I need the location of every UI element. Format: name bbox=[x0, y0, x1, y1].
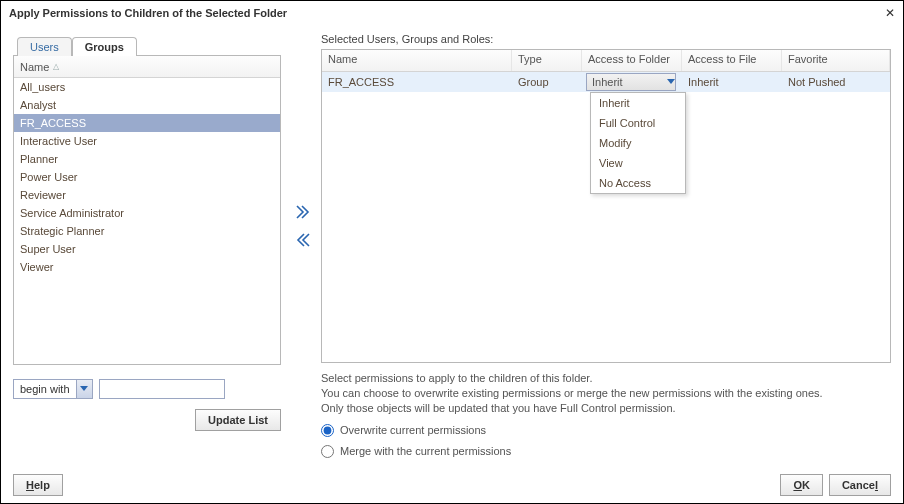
col-header-access-file[interactable]: Access to File bbox=[682, 50, 782, 71]
cell-access-file: Inherit bbox=[682, 76, 782, 88]
cell-favorite: Not Pushed bbox=[782, 76, 890, 88]
ok-rest: K bbox=[802, 479, 810, 491]
groups-list-box: Name △ All_usersAnalystFR_ACCESSInteract… bbox=[13, 55, 281, 365]
info-line-3: Only those objects will be updated that … bbox=[321, 401, 891, 416]
tab-groups[interactable]: Groups bbox=[72, 37, 137, 56]
filter-row: begin with bbox=[13, 379, 281, 399]
sort-ascending-icon: △ bbox=[53, 62, 59, 71]
cell-type: Group bbox=[512, 76, 582, 88]
info-line-2: You can choose to overwrite existing per… bbox=[321, 386, 891, 401]
selected-label: Selected Users, Groups and Roles: bbox=[321, 33, 891, 45]
right-panel: Selected Users, Groups and Roles: Name T… bbox=[321, 33, 891, 458]
filter-mode-combo[interactable]: begin with bbox=[13, 379, 93, 399]
dropdown-option[interactable]: Full Control bbox=[591, 113, 685, 133]
permissions-grid: Name Type Access to Folder Access to Fil… bbox=[321, 49, 891, 363]
col-header-access-folder[interactable]: Access to Folder bbox=[582, 50, 682, 71]
grid-header: Name Type Access to Folder Access to Fil… bbox=[322, 50, 890, 72]
list-item[interactable]: Strategic Planner bbox=[14, 222, 280, 240]
move-right-icon[interactable] bbox=[296, 205, 310, 219]
tab-strip: Users Groups bbox=[17, 33, 281, 55]
shuttle-controls bbox=[291, 205, 315, 247]
radio-merge-input[interactable] bbox=[321, 445, 334, 458]
list-item[interactable]: Interactive User bbox=[14, 132, 280, 150]
access-folder-dropdown: InheritFull ControlModifyViewNo Access bbox=[590, 92, 686, 194]
tab-users[interactable]: Users bbox=[17, 37, 72, 56]
cancel-button[interactable]: Cancel bbox=[829, 474, 891, 496]
title-bar: Apply Permissions to Children of the Sel… bbox=[1, 1, 903, 25]
info-text: Select permissions to apply to the child… bbox=[321, 371, 891, 416]
access-folder-combo[interactable]: Inherit bbox=[586, 73, 676, 91]
chevron-down-icon bbox=[76, 380, 92, 398]
svg-marker-1 bbox=[667, 79, 675, 84]
help-mnemonic: H bbox=[26, 479, 34, 491]
dialog-window: Apply Permissions to Children of the Sel… bbox=[0, 0, 904, 504]
close-icon[interactable]: ✕ bbox=[885, 6, 895, 20]
dropdown-option[interactable]: Modify bbox=[591, 133, 685, 153]
info-line-1: Select permissions to apply to the child… bbox=[321, 371, 891, 386]
groups-header-label: Name bbox=[20, 61, 49, 73]
help-rest: elp bbox=[34, 479, 50, 491]
col-header-favorite[interactable]: Favorite bbox=[782, 50, 890, 71]
dropdown-option[interactable]: Inherit bbox=[591, 93, 685, 113]
cancel-pre: Cance bbox=[842, 479, 875, 491]
chevron-down-icon bbox=[667, 79, 675, 85]
left-panel: Users Groups Name △ All_usersAnalystFR_A… bbox=[13, 33, 281, 431]
list-item[interactable]: Planner bbox=[14, 150, 280, 168]
radio-merge[interactable]: Merge with the current permissions bbox=[321, 445, 891, 458]
filter-text-input[interactable] bbox=[99, 379, 225, 399]
update-list-row: Update List bbox=[13, 409, 281, 431]
col-header-name[interactable]: Name bbox=[322, 50, 512, 71]
groups-list-header[interactable]: Name △ bbox=[14, 56, 280, 78]
list-item[interactable]: Super User bbox=[14, 240, 280, 258]
ok-mnemonic: O bbox=[793, 479, 802, 491]
list-item[interactable]: Power User bbox=[14, 168, 280, 186]
help-button[interactable]: Help bbox=[13, 474, 63, 496]
svg-marker-0 bbox=[80, 386, 88, 391]
filter-mode-value: begin with bbox=[14, 383, 76, 395]
cancel-mnemonic: l bbox=[875, 479, 878, 491]
list-item[interactable]: Service Administrator bbox=[14, 204, 280, 222]
groups-list-body: All_usersAnalystFR_ACCESSInteractive Use… bbox=[14, 78, 280, 276]
dropdown-option[interactable]: No Access bbox=[591, 173, 685, 193]
list-item[interactable]: FR_ACCESS bbox=[14, 114, 280, 132]
list-item[interactable]: Viewer bbox=[14, 258, 280, 276]
dialog-body: Users Groups Name △ All_usersAnalystFR_A… bbox=[1, 25, 903, 467]
list-item[interactable]: Reviewer bbox=[14, 186, 280, 204]
dialog-footer: Help OK Cancel bbox=[1, 467, 903, 503]
cell-name: FR_ACCESS bbox=[322, 76, 512, 88]
ok-button[interactable]: OK bbox=[780, 474, 823, 496]
update-list-button[interactable]: Update List bbox=[195, 409, 281, 431]
col-header-type[interactable]: Type bbox=[512, 50, 582, 71]
grid-row[interactable]: FR_ACCESS Group Inherit Inherit Not Push… bbox=[322, 72, 890, 92]
dropdown-option[interactable]: View bbox=[591, 153, 685, 173]
radio-merge-label: Merge with the current permissions bbox=[340, 445, 511, 457]
cell-access-folder: Inherit bbox=[582, 73, 682, 91]
list-item[interactable]: Analyst bbox=[14, 96, 280, 114]
radio-overwrite[interactable]: Overwrite current permissions bbox=[321, 424, 891, 437]
move-left-icon[interactable] bbox=[296, 233, 310, 247]
list-item[interactable]: All_users bbox=[14, 78, 280, 96]
radio-overwrite-input[interactable] bbox=[321, 424, 334, 437]
dialog-title: Apply Permissions to Children of the Sel… bbox=[9, 7, 885, 19]
access-folder-value: Inherit bbox=[587, 76, 667, 88]
radio-overwrite-label: Overwrite current permissions bbox=[340, 424, 486, 436]
